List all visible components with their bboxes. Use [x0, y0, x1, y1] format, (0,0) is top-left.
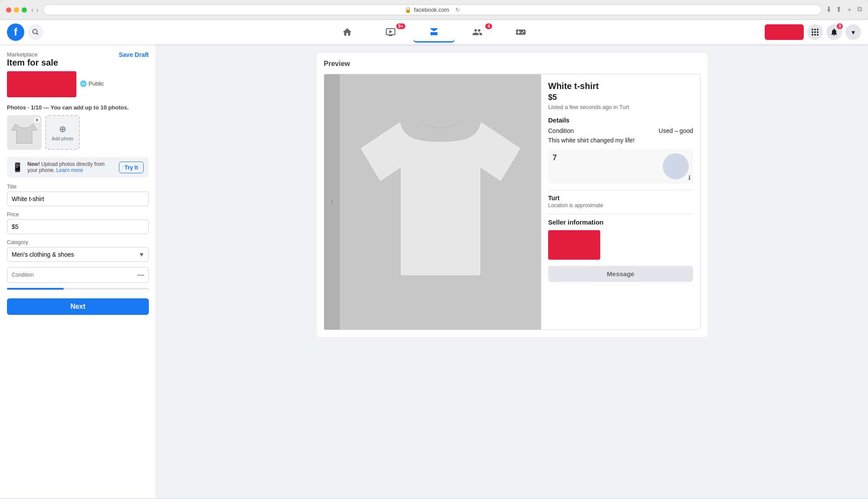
rating-number: 7	[552, 153, 557, 162]
product-image	[340, 74, 541, 330]
seller-info-label: Seller information	[548, 218, 693, 226]
svg-point-8	[812, 34, 813, 36]
condition-field[interactable]: Condition —	[7, 267, 149, 283]
preview-details: White t-shirt $5 Listed a few seconds ag…	[541, 74, 700, 330]
product-listed: Listed a few seconds ago in Turt	[548, 104, 693, 110]
profile-arrow[interactable]: ▾	[845, 24, 861, 40]
location-name: Turt	[548, 195, 693, 202]
visibility-badge: 🌐 Public	[80, 80, 104, 87]
svg-point-10	[817, 34, 819, 36]
upload-banner-text: New! Upload photos directly from your ph…	[27, 161, 115, 173]
profile-button[interactable]	[765, 24, 804, 40]
svg-point-7	[817, 31, 819, 33]
tabs-icon: ⧉	[857, 5, 862, 14]
category-field-group: Category Men's clothing & shoes ▼	[7, 239, 149, 262]
marketplace-breadcrumb: Marketplace	[7, 51, 58, 58]
rating-chart	[663, 153, 689, 179]
main-content: Preview ‹	[156, 44, 868, 498]
location-approx: Location is approximate	[548, 202, 693, 208]
product-price: $5	[548, 93, 693, 102]
traffic-light-green[interactable]	[22, 7, 27, 13]
category-select-wrapper: Men's clothing & shoes ▼	[7, 247, 149, 262]
nav-gaming[interactable]	[500, 22, 542, 43]
globe-icon: 🌐	[80, 80, 87, 87]
svg-point-2	[812, 29, 813, 30]
add-photo-label: Add photo	[52, 136, 73, 141]
traffic-light-red[interactable]	[6, 7, 11, 13]
info-icon[interactable]: ℹ	[688, 174, 690, 181]
share-icon: ⬆	[836, 5, 842, 14]
url-text: facebook.com	[414, 7, 449, 13]
preview-card: Preview ‹	[317, 53, 707, 337]
refresh-icon: ↻	[455, 7, 460, 13]
phone-icon: 📱	[12, 162, 23, 172]
watch-badge: 9+	[396, 23, 405, 29]
facebook-logo[interactable]: f	[7, 23, 24, 41]
browser-back[interactable]: ‹	[31, 6, 33, 14]
price-label: Price	[7, 211, 149, 218]
add-photo-button[interactable]: ⊕ Add photo	[45, 115, 80, 150]
notifications-button[interactable]: 9	[826, 24, 842, 40]
price-input[interactable]	[7, 219, 149, 234]
photo-thumbnail: ✕	[7, 115, 42, 150]
preview-inner: ‹	[324, 74, 700, 330]
seller-avatar	[548, 230, 600, 260]
next-button[interactable]: Next	[7, 298, 149, 315]
condition-detail-row: Condition Used – good	[548, 127, 693, 134]
top-navigation: f 9+ 4 9	[0, 20, 868, 44]
grid-menu-button[interactable]	[807, 24, 823, 40]
condition-expand-icon: —	[137, 271, 144, 279]
save-draft-button[interactable]: Save Draft	[119, 51, 149, 58]
title-field-group: Title	[7, 184, 149, 206]
listing-sidebar: Marketplace Item for sale Save Draft 🌐 P…	[0, 44, 156, 498]
dropdown-arrow-icon: ▾	[852, 28, 855, 36]
photos-count-label: Photos · 1/10 — You can add up to 10 pho…	[7, 104, 149, 111]
browser-forward[interactable]: ›	[36, 6, 38, 14]
add-photo-icon: ⊕	[59, 124, 66, 134]
progress-fill	[7, 288, 64, 290]
message-button[interactable]: Message	[548, 266, 693, 282]
svg-line-1	[37, 33, 39, 35]
product-description: This white shirt changed my life!	[548, 137, 693, 144]
category-select[interactable]: Men's clothing & shoes	[7, 247, 149, 262]
image-prev-nav[interactable]: ‹	[324, 74, 340, 330]
photos-row: ✕ ⊕ Add photo	[7, 115, 149, 150]
nav-home[interactable]	[326, 22, 368, 43]
svg-point-3	[814, 29, 816, 30]
svg-point-5	[812, 31, 813, 33]
category-label: Category	[7, 239, 149, 245]
center-nav: 9+ 4	[326, 22, 542, 43]
right-nav: 9 ▾	[765, 24, 861, 40]
svg-point-9	[814, 34, 816, 36]
svg-point-4	[817, 29, 819, 30]
title-label: Title	[7, 184, 149, 190]
condition-detail-value: Used – good	[659, 127, 693, 134]
page-title: Item for sale	[7, 58, 58, 68]
notification-count: 9	[837, 23, 843, 29]
condition-detail-key: Condition	[548, 127, 574, 134]
nav-marketplace[interactable]	[413, 22, 455, 43]
traffic-light-yellow[interactable]	[14, 7, 19, 13]
add-tab-icon: ＋	[846, 5, 853, 14]
try-it-button[interactable]: Try It	[119, 162, 144, 173]
divider-2	[548, 214, 693, 214]
condition-field-group: Condition —	[7, 267, 149, 283]
search-button[interactable]	[28, 24, 43, 40]
download-icon: ⬇	[826, 5, 832, 14]
divider-1	[548, 190, 693, 190]
title-input[interactable]	[7, 192, 149, 206]
upload-phone-banner: 📱 New! Upload photos directly from your …	[7, 157, 149, 178]
groups-badge: 4	[485, 23, 492, 29]
nav-watch[interactable]: 9+	[370, 22, 411, 43]
address-bar[interactable]: 🔒 facebook.com ↻	[43, 4, 822, 15]
preview-image-area: ‹	[324, 74, 541, 330]
svg-point-0	[33, 30, 37, 34]
nav-groups[interactable]: 4	[457, 22, 498, 43]
product-title: White t-shirt	[548, 81, 693, 91]
form-progress	[7, 288, 149, 290]
lock-icon: 🔒	[404, 7, 411, 13]
preview-label: Preview	[324, 60, 700, 68]
remove-photo-button[interactable]: ✕	[33, 116, 41, 124]
cover-photo	[7, 71, 76, 97]
learn-more-link[interactable]: Learn more	[56, 167, 83, 173]
